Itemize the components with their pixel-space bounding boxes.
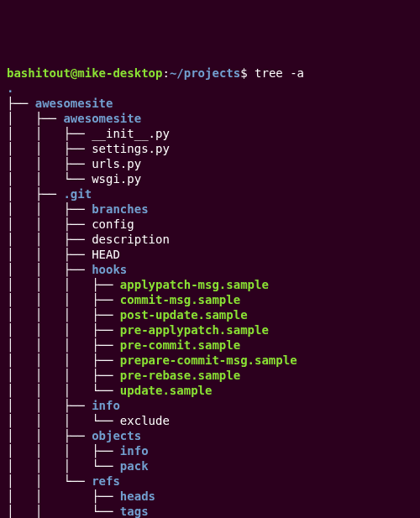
tree-branch-prefix: │ │ │ ├── [7,338,120,352]
tree-line: │ │ ├── __init__.py [7,127,170,140]
tree-branch-prefix: │ │ │ └── [7,459,120,473]
tree-branch-prefix: │ ├── [7,112,63,125]
tree-branch-prefix: │ │ │ ├── [7,353,120,367]
tree-branch-prefix: │ │ │ ├── [7,293,120,306]
tree-node-name: pre-applypatch.sample [120,323,269,337]
tree-node-name: branches [92,202,148,216]
tree-node-name: info [92,399,120,412]
tree-line: │ │ │ ├── info [7,444,149,458]
tree-line: │ │ ├── urls.py [7,157,141,170]
tree-node-name: awesomesite [63,112,141,125]
prompt-user: bashitout [7,66,71,80]
tree-branch-prefix: │ │ ├── [7,142,92,155]
tree-line: │ │ ├── info [7,399,120,412]
tree-line: │ ├── .git [7,187,92,201]
tree-line: ├── awesomesite [7,97,113,110]
tree-branch-prefix: │ │ ├── [7,233,92,246]
tree-branch-prefix: │ │ │ ├── [7,278,120,291]
tree-branch-prefix: │ │ └── [7,172,92,186]
tree-line: │ │ │ ├── commit-msg.sample [7,293,240,306]
tree-node-name: prepare-commit-msg.sample [120,353,297,367]
tree-node-name: wsgi.py [92,172,141,186]
tree-node-name: awesomesite [35,97,113,110]
tree-branch-prefix: │ │ │ ├── [7,323,120,337]
tree-branch-prefix: │ │ └── [7,505,120,518]
tree-node-name: description [92,233,170,246]
tree-line: │ │ └── refs [7,474,120,488]
terminal-output: bashitout@mike-desktop:~/projects$ tree … [7,65,413,518]
tree-node-name: commit-msg.sample [120,293,240,306]
tree-branch-prefix: │ │ ├── [7,263,92,276]
tree-node-name: exclude [120,414,170,427]
tree-line: │ │ │ └── exclude [7,414,170,427]
tree-node-name: tags [120,505,149,518]
tree-branch-prefix: │ │ │ ├── [7,444,120,458]
tree-node-name: refs [92,474,120,488]
tree-branch-prefix: │ │ ├── [7,248,92,261]
tree-node-name: config [92,217,134,231]
tree-branch-prefix: │ │ ├── [7,127,92,140]
tree-line: │ │ ├── objects [7,429,141,442]
tree-node-name: objects [92,429,141,442]
tree-node-name: . [7,81,13,95]
prompt-line-1: bashitout@mike-desktop:~/projects$ tree … [7,66,304,80]
command-text: tree -a [255,66,304,80]
tree-line: │ │ │ ├── pre-applypatch.sample [7,323,269,337]
tree-node-name: __init__.py [92,127,170,140]
tree-line: │ │ │ └── update.sample [7,384,212,397]
tree-line: │ │ │ ├── prepare-commit-msg.sample [7,353,297,367]
tree-node-name: settings.py [92,142,170,155]
tree-branch-prefix: │ │ ├── [7,202,92,216]
tree-line: │ │ ├── config [7,217,134,231]
prompt-dollar: $ [240,66,255,80]
tree-line: │ │ ├── hooks [7,263,127,276]
prompt-path: ~/projects [170,66,240,80]
tree-node-name: heads [120,489,155,503]
tree-line: │ │ │ ├── post-update.sample [7,308,248,322]
tree-branch-prefix: │ │ ├── [7,157,92,170]
tree-node-name: urls.py [92,157,141,170]
tree-line: │ │ ├── description [7,233,170,246]
tree-branch-prefix: │ │ ├── [7,429,92,442]
tree-line: │ │ │ ├── applypatch-msg.sample [7,278,269,291]
tree-branch-prefix: │ ├── [7,187,63,201]
prompt-colon: : [162,66,169,80]
tree-branch-prefix: │ │ ├── [7,489,120,503]
tree-branch-prefix: │ │ │ ├── [7,369,120,382]
tree-line: │ ├── awesomesite [7,112,141,125]
tree-node-name: pre-commit.sample [120,338,240,352]
tree-branch-prefix: │ │ │ ├── [7,308,120,322]
tree-branch-prefix: ├── [7,97,35,110]
tree-node-name: pack [120,459,149,473]
tree-node-name: post-update.sample [120,308,248,322]
tree-node-name: HEAD [92,248,120,261]
tree-line: │ │ ├── heads [7,489,155,503]
tree-branch-prefix: │ │ └── [7,474,92,488]
tree-line: . [7,81,13,95]
tree-branch-prefix: │ │ │ └── [7,384,120,397]
tree-line: │ │ │ └── pack [7,459,149,473]
tree-output: . ├── awesomesite │ ├── awesomesite │ │ … [7,81,413,518]
tree-line: │ │ ├── settings.py [7,142,170,155]
tree-branch-prefix: │ │ │ └── [7,414,120,427]
prompt-host: mike-desktop [77,66,162,80]
tree-line: │ │ └── wsgi.py [7,172,141,186]
tree-line: │ │ ├── branches [7,202,149,216]
tree-node-name: hooks [92,263,127,276]
tree-node-name: pre-rebase.sample [120,369,240,382]
tree-line: │ │ │ ├── pre-rebase.sample [7,369,240,382]
tree-branch-prefix: │ │ ├── [7,217,92,231]
tree-node-name: info [120,444,149,458]
tree-node-name: update.sample [120,384,213,397]
tree-line: │ │ ├── HEAD [7,248,120,261]
tree-branch-prefix: │ │ ├── [7,399,92,412]
tree-node-name: applypatch-msg.sample [120,278,269,291]
tree-node-name: .git [63,187,92,201]
tree-line: │ │ └── tags [7,505,149,518]
tree-line: │ │ │ ├── pre-commit.sample [7,338,240,352]
